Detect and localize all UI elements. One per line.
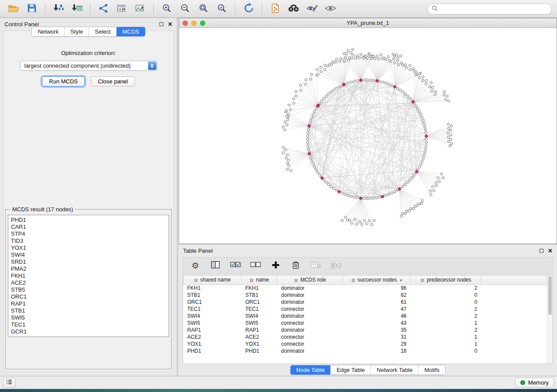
dropdown-stepper-icon[interactable]	[148, 62, 156, 70]
mcds-node-item[interactable]: ORC1	[11, 293, 166, 300]
mcds-node-item[interactable]: STB1	[11, 307, 166, 314]
new-table-button[interactable]	[114, 2, 130, 16]
mcds-node-item[interactable]: STB5	[11, 286, 166, 293]
cell-predecessor-nodes[interactable]: 1	[411, 334, 481, 340]
cell-predecessor-nodes[interactable]: 1	[411, 340, 481, 347]
mcds-node-item[interactable]: ACE2	[11, 279, 166, 286]
tab-motifs[interactable]: Motifs	[419, 365, 445, 375]
cell-mcds-role[interactable]: dominator	[277, 327, 343, 334]
run-mcds-button[interactable]: Run MCDS	[42, 76, 85, 86]
table-row[interactable]: YOX1YOX1connector291	[183, 340, 547, 347]
tab-mcds[interactable]: MCDS	[117, 27, 145, 36]
column-header-MCDS-role[interactable]: ▦MCDS role	[277, 275, 343, 285]
cell-successor-nodes[interactable]: 61	[343, 299, 411, 306]
zoom-in-button[interactable]	[159, 2, 175, 16]
task-history-button[interactable]	[3, 378, 15, 388]
mcds-node-item[interactable]: PMA2	[11, 265, 166, 272]
cell-predecessor-nodes[interactable]: 0	[411, 347, 481, 354]
visual-style-button[interactable]	[304, 2, 320, 16]
column-header-name[interactable]: ▦name	[242, 275, 277, 285]
cell-mcds-role[interactable]: dominator	[277, 313, 343, 320]
mcds-node-item[interactable]: CAR1	[11, 224, 166, 230]
cell-shared-name[interactable]: STB1	[183, 292, 242, 299]
mcds-node-item[interactable]: YOX1	[11, 244, 166, 251]
export-image-button[interactable]	[132, 2, 149, 16]
cell-mcds-role[interactable]: connector	[277, 334, 343, 340]
cell-shared-name[interactable]: SWI4	[183, 313, 242, 320]
table-row[interactable]: TEC1TEC1connector472	[183, 306, 547, 313]
table-vertical-scrollbar[interactable]	[547, 275, 553, 364]
show-columns-button[interactable]	[210, 260, 221, 271]
float-panel-icon[interactable]	[159, 22, 163, 26]
cell-shared-name[interactable]: RAP1	[183, 327, 242, 334]
column-menu-icon[interactable]: ▦	[420, 278, 424, 282]
zoom-fit-button[interactable]	[195, 2, 212, 16]
cell-predecessor-nodes[interactable]: 2	[411, 306, 481, 313]
tab-style[interactable]: Style	[65, 27, 89, 36]
mcds-node-item[interactable]: SWI4	[11, 251, 166, 258]
column-header-shared-name[interactable]: ▦shared name	[183, 275, 242, 285]
mcds-node-item[interactable]: GCR1	[11, 328, 166, 335]
window-maximize-icon[interactable]	[200, 21, 205, 26]
table-row[interactable]: STB1STB1dominator620	[183, 292, 547, 299]
show-hide-button[interactable]	[322, 2, 339, 16]
network-canvas[interactable]	[179, 28, 557, 244]
column-header-predecessor-nodes[interactable]: ▦predecessor nodes	[411, 275, 481, 285]
table-row[interactable]: ORC1ORC1dominator610	[183, 299, 547, 306]
cell-name[interactable]: PHD1	[242, 347, 277, 354]
cell-shared-name[interactable]: FKH1	[183, 285, 242, 292]
select-all-columns-button[interactable]	[230, 260, 241, 271]
tab-network[interactable]: Network	[32, 27, 65, 36]
mcds-node-item[interactable]: PHD1	[11, 217, 166, 224]
mcds-node-item[interactable]: SWI5	[11, 314, 166, 321]
cell-shared-name[interactable]: YOX1	[183, 340, 242, 347]
cell-predecessor-nodes[interactable]: 2	[411, 285, 481, 292]
cell-successor-nodes[interactable]: 43	[343, 320, 411, 327]
cell-successor-nodes[interactable]: 62	[343, 292, 411, 299]
column-menu-icon[interactable]: ▦	[294, 278, 298, 282]
cell-shared-name[interactable]: ACE2	[183, 334, 242, 340]
mcds-node-item[interactable]: TID3	[11, 237, 166, 244]
cell-name[interactable]: FKH1	[242, 285, 277, 292]
mcds-result-list[interactable]: PHD1CAR1STP4TID3YOX1SWI4SRD1PMA2FKH1ACE2…	[8, 215, 169, 337]
mcds-node-item[interactable]: SRD1	[11, 258, 166, 265]
close-panel-button[interactable]: Close panel	[91, 76, 135, 86]
cell-name[interactable]: STB1	[242, 292, 277, 299]
zoom-selected-button[interactable]	[214, 2, 230, 16]
cell-shared-name[interactable]: SWI5	[183, 320, 242, 327]
column-menu-icon[interactable]: ▦	[351, 278, 355, 282]
cell-shared-name[interactable]: ORC1	[183, 299, 242, 306]
mcds-node-item[interactable]: FKH1	[11, 272, 166, 279]
sort-caret-icon[interactable]: ▾	[400, 278, 402, 282]
cell-mcds-role[interactable]: connector	[277, 306, 343, 313]
create-column-button[interactable]	[270, 260, 281, 271]
optimization-criterion-dropdown[interactable]: largest connected component (undirected)	[20, 61, 157, 71]
column-menu-icon[interactable]: ▦	[194, 278, 198, 282]
tab-edge-table[interactable]: Edge Table	[331, 365, 371, 375]
mcds-node-item[interactable]: TEC1	[11, 321, 166, 328]
table-row[interactable]: ACE2ACE2connector311	[183, 334, 547, 340]
cell-predecessor-nodes[interactable]: 2	[411, 313, 481, 320]
network-window-titlebar[interactable]: YPA_prune.txt_1	[179, 18, 557, 28]
cell-shared-name[interactable]: TEC1	[183, 306, 242, 313]
table-settings-button[interactable]: ⚙	[190, 260, 201, 271]
cell-successor-nodes[interactable]: 18	[343, 347, 411, 354]
cell-successor-nodes[interactable]: 31	[343, 334, 411, 340]
deselect-all-columns-button[interactable]	[250, 260, 261, 271]
table-row[interactable]: FKH1FKH1dominator962	[183, 285, 547, 292]
tab-select[interactable]: Select	[89, 27, 117, 36]
apply-layout-button[interactable]	[240, 2, 257, 16]
window-close-icon[interactable]	[183, 21, 188, 26]
cell-mcds-role[interactable]: dominator	[277, 292, 343, 299]
column-menu-icon[interactable]: ▦	[249, 278, 253, 282]
cell-mcds-role[interactable]: dominator	[277, 299, 343, 306]
cell-predecessor-nodes[interactable]: 1	[411, 320, 481, 327]
search-input[interactable]	[440, 6, 547, 12]
cell-mcds-role[interactable]: connector	[277, 320, 343, 327]
cell-name[interactable]: RAP1	[242, 327, 277, 334]
scrollbar-thumb[interactable]	[548, 276, 552, 315]
cell-name[interactable]: ORC1	[242, 299, 277, 306]
close-table-panel-icon[interactable]: ✕	[548, 248, 553, 254]
cell-name[interactable]: SWI4	[242, 313, 277, 320]
cell-mcds-role[interactable]: dominator	[277, 347, 343, 354]
